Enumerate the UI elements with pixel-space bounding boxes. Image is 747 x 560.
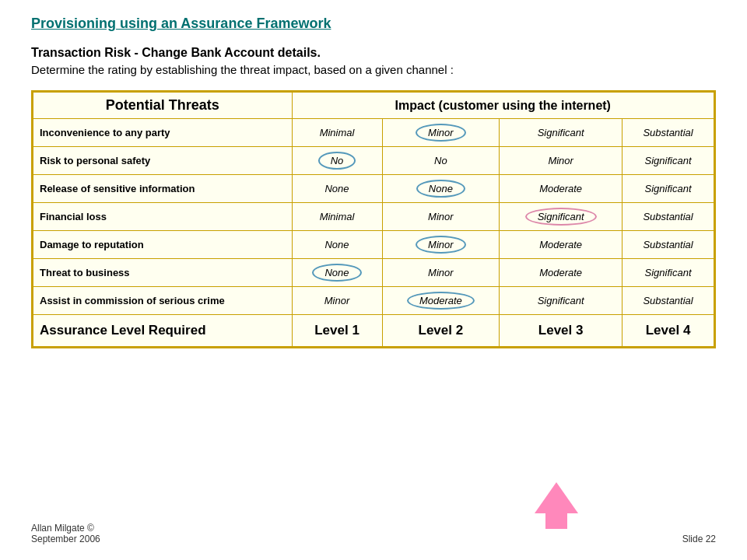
value-cell: Minimal [292,203,382,231]
oval-highlight: Minor [416,236,466,254]
threat-cell: Inconvenience to any party [33,119,293,147]
table-row: Inconvenience to any partyMinimalMinorSi… [33,119,714,147]
value-cell: None [292,259,382,287]
value-cell: Significant [622,147,714,175]
table-row: Threat to businessNoneMinorModerateSigni… [33,259,714,287]
value-cell: Substantial [622,287,714,315]
main-table-wrapper: Potential Threats Impact (customer using… [31,90,716,348]
slide-title: Provisioning using an Assurance Framewor… [31,16,716,32]
threat-cell: Release of sensitive information [33,175,293,203]
level3-arrow [535,482,578,513]
impact-header: Impact (customer using the internet) [292,93,714,119]
value-cell: Moderate [500,231,622,259]
value-cell: Moderate [500,259,622,287]
table-row: Release of sensitive informationNoneNone… [33,175,714,203]
threat-cell: Threat to business [33,259,293,287]
value-cell: Substantial [622,119,714,147]
value-cell: Moderate [500,175,622,203]
oval-highlight: Significant [525,208,597,226]
description: Determine the rating by establishing the… [31,63,716,76]
value-cell: No [292,147,382,175]
value-cell: Minor [292,287,382,315]
value-cell: No [382,147,500,175]
assurance-level: Level 2 [382,315,500,347]
threat-cell: Risk to personal safety [33,147,293,175]
table-row: Risk to personal safetyNoNoMinorSignific… [33,147,714,175]
table-row: Assist in commission of serious crimeMin… [33,287,714,315]
arrow-container [506,482,607,513]
oval-highlight: None [312,264,361,282]
assurance-level: Level 4 [622,315,714,347]
value-cell: None [382,175,500,203]
table-row: Damage to reputationNoneMinorModerateSub… [33,231,714,259]
assurance-level: Level 1 [292,315,382,347]
assurance-label: Assurance Level Required [33,315,293,347]
value-cell: Substantial [622,203,714,231]
oval-highlight: None [416,180,465,198]
value-cell: Minor [382,259,500,287]
oval-highlight: Minor [416,124,466,142]
risk-table: Potential Threats Impact (customer using… [33,92,714,347]
value-cell: Significant [500,203,622,231]
assurance-level: Level 3 [500,315,622,347]
subtitle: Transaction Risk - Change Bank Account d… [31,46,716,60]
table-row: Financial lossMinimalMinorSignificantSub… [33,203,714,231]
slide-number: Slide 22 [682,534,716,544]
value-cell: Significant [622,175,714,203]
oval-highlight: Moderate [407,292,475,310]
value-cell: Minimal [292,119,382,147]
value-cell: Significant [500,119,622,147]
threat-cell: Damage to reputation [33,231,293,259]
value-cell: Minor [382,203,500,231]
threat-cell: Assist in commission of serious crime [33,287,293,315]
value-cell: Minor [500,147,622,175]
value-cell: Significant [500,287,622,315]
oval-highlight: No [318,152,356,170]
value-cell: Minor [382,231,500,259]
assurance-row: Assurance Level RequiredLevel 1Level 2Le… [33,315,714,347]
footer-author: Allan Milgate © September 2006 [31,523,100,544]
threats-header: Potential Threats [33,93,293,119]
slide-container: Provisioning using an Assurance Framewor… [0,0,747,560]
value-cell: Moderate [382,287,500,315]
threat-cell: Financial loss [33,203,293,231]
value-cell: None [292,231,382,259]
value-cell: Significant [622,259,714,287]
value-cell: Substantial [622,231,714,259]
value-cell: None [292,175,382,203]
value-cell: Minor [382,119,500,147]
